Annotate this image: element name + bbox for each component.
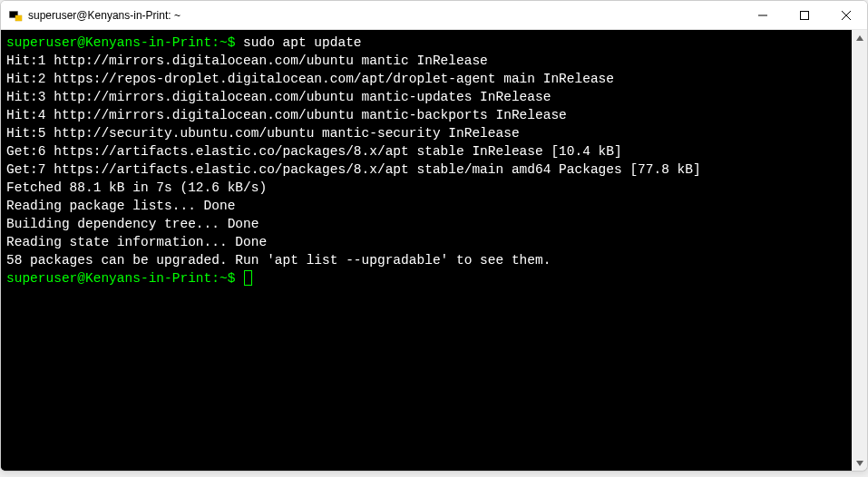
output-line: Fetched 88.1 kB in 7s (12.6 kB/s) (6, 180, 267, 195)
command: sudo apt update (243, 35, 362, 50)
terminal-body: superuser@Kenyans-in-Print:~$ sudo apt u… (1, 30, 867, 471)
cursor (244, 270, 252, 286)
output-line: Get:6 https://artifacts.elastic.co/packa… (6, 144, 622, 159)
output-line: 58 packages can be upgraded. Run 'apt li… (6, 253, 551, 268)
window-title: superuser@Kenyans-in-Print: ~ (28, 9, 742, 22)
output-line: Hit:5 http://security.ubuntu.com/ubuntu … (6, 126, 520, 141)
output-line: Building dependency tree... Done (6, 217, 258, 231)
scrollbar[interactable] (852, 30, 867, 471)
titlebar[interactable]: superuser@Kenyans-in-Print: ~ (1, 1, 867, 30)
putty-icon (8, 8, 23, 23)
terminal-output[interactable]: superuser@Kenyans-in-Print:~$ sudo apt u… (1, 30, 852, 471)
maximize-button[interactable] (784, 1, 825, 30)
window-controls (742, 1, 867, 29)
chevron-up-icon (856, 35, 863, 41)
output-line: Hit:4 http://mirrors.digitalocean.com/ub… (6, 108, 567, 122)
output-line: Reading state information... Done (6, 235, 267, 249)
scroll-up-button[interactable] (852, 30, 867, 45)
terminal-window: superuser@Kenyans-in-Print: ~ superuser@… (0, 0, 868, 472)
scroll-down-button[interactable] (852, 455, 867, 471)
maximize-icon (800, 11, 809, 20)
output-line: Hit:3 http://mirrors.digitalocean.com/ub… (6, 90, 551, 104)
scrollbar-track[interactable] (852, 45, 867, 455)
close-button[interactable] (825, 1, 867, 30)
minimize-icon (758, 11, 767, 20)
minimize-button[interactable] (742, 1, 784, 30)
svg-rect-6 (801, 12, 809, 20)
prompt: superuser@Kenyans-in-Print:~$ (6, 35, 243, 50)
output-line: Get:7 https://artifacts.elastic.co/packa… (6, 162, 701, 177)
output-line: Hit:1 http://mirrors.digitalocean.com/ub… (6, 54, 488, 68)
chevron-down-icon (856, 461, 863, 466)
svg-rect-2 (15, 15, 22, 21)
prompt: superuser@Kenyans-in-Print:~$ (6, 271, 243, 286)
output-line: Reading package lists... Done (6, 199, 235, 213)
close-icon (842, 11, 851, 20)
output-line: Hit:2 https://repos-droplet.digitalocean… (6, 72, 614, 86)
